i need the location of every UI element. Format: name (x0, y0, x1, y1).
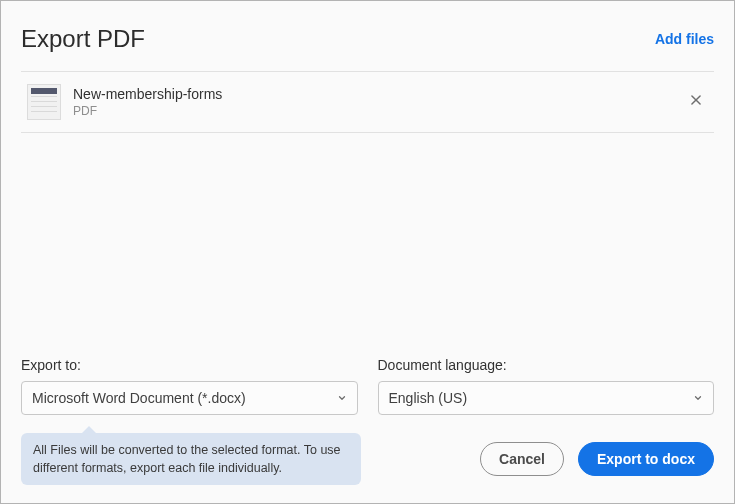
chevron-down-icon (693, 393, 703, 403)
language-dropdown[interactable]: English (US) (378, 381, 715, 415)
format-hint-tooltip: All Files will be converted to the selec… (21, 433, 361, 485)
language-label: Document language: (378, 357, 715, 373)
dialog-header: Export PDF Add files (21, 1, 714, 71)
config-row: Export to: Microsoft Word Document (*.do… (21, 357, 714, 415)
language-column: Document language: English (US) (378, 357, 715, 415)
export-to-value: Microsoft Word Document (*.docx) (32, 390, 246, 406)
export-to-column: Export to: Microsoft Word Document (*.do… (21, 357, 358, 415)
export-button[interactable]: Export to docx (578, 442, 714, 476)
file-name: New-membership-forms (73, 86, 672, 102)
file-thumbnail-icon (27, 84, 61, 120)
file-list: New-membership-forms PDF (21, 71, 714, 133)
dialog-title: Export PDF (21, 25, 145, 53)
file-type: PDF (73, 104, 672, 118)
add-files-link[interactable]: Add files (655, 31, 714, 47)
file-meta: New-membership-forms PDF (73, 86, 672, 118)
export-to-dropdown[interactable]: Microsoft Word Document (*.docx) (21, 381, 358, 415)
export-to-label: Export to: (21, 357, 358, 373)
dialog-footer: All Files will be converted to the selec… (21, 425, 714, 503)
language-value: English (US) (389, 390, 468, 406)
cancel-button[interactable]: Cancel (480, 442, 564, 476)
spacer (21, 133, 714, 357)
export-pdf-dialog: Export PDF Add files New-membership-form… (0, 0, 735, 504)
chevron-down-icon (337, 393, 347, 403)
close-icon (689, 93, 703, 111)
remove-file-button[interactable] (684, 90, 708, 114)
file-row: New-membership-forms PDF (21, 72, 714, 132)
